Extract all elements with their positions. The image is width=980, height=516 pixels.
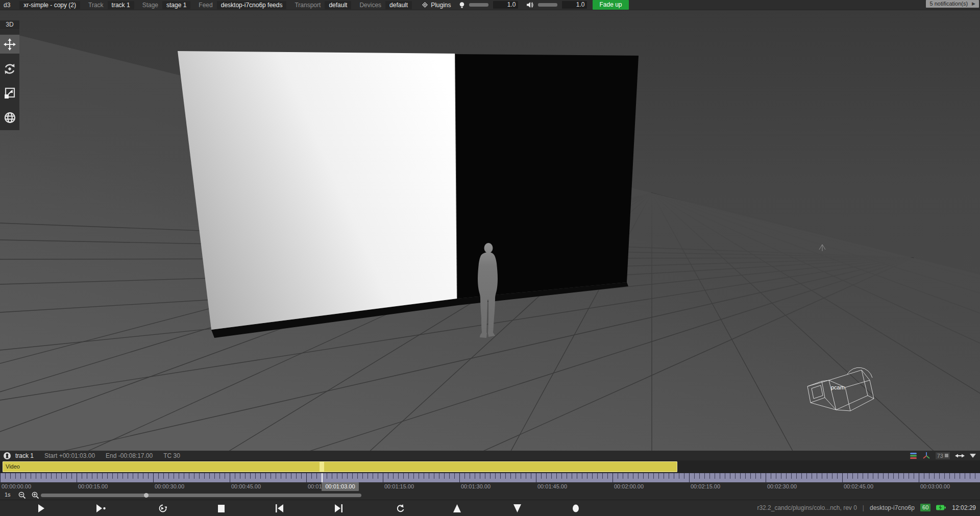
plugins-label: Plugins <box>431 2 451 9</box>
transport-menu-label: Transport <box>295 2 321 9</box>
stage-3d-viewport[interactable]: pcam <box>0 10 980 451</box>
feed-selector[interactable]: desktop-i7cno6p feeds <box>217 1 287 9</box>
plugins-menu[interactable]: Plugins <box>422 2 451 9</box>
track-keyhole-icon[interactable] <box>3 452 11 460</box>
diamond-icon <box>422 2 428 8</box>
devices-menu-label: Devices <box>359 2 381 9</box>
system-clock: 12:02:29 <box>952 504 976 511</box>
track-selector[interactable]: track 1 <box>108 1 134 9</box>
counter-square-icon <box>945 454 948 457</box>
play-button[interactable] <box>35 503 48 513</box>
track-end-time[interactable]: End -00:08:17.00 <box>106 452 153 459</box>
notifications-text: 5 notification(s) <box>929 0 968 8</box>
rotate-tool-button[interactable] <box>0 59 19 78</box>
zoom-in-icon[interactable] <box>32 492 39 499</box>
build-version: r32.2_candc/plugins/colo...nch, rev 0 <box>757 504 856 511</box>
timeline-scrollbar-track[interactable] <box>41 494 361 497</box>
current-timecode-box[interactable]: 00:01:03.00 <box>322 482 359 491</box>
view-mode-label[interactable]: 3D <box>0 20 19 29</box>
volume-slider[interactable] <box>538 3 557 7</box>
loop-section-button[interactable] <box>156 503 169 513</box>
axes-icon[interactable] <box>922 452 930 459</box>
ruler-label: 00:02:15.00 <box>691 483 720 489</box>
globe-icon <box>4 111 16 124</box>
track-counter-box[interactable]: 73 <box>936 452 950 459</box>
master-volume-icon-wrap <box>526 2 534 8</box>
brightness-value-field[interactable]: 1.0 <box>493 1 518 9</box>
layers-icon[interactable] <box>910 452 917 459</box>
feed-menu-label: Feed <box>199 2 212 9</box>
left-toolbar: 3D <box>0 20 19 130</box>
video-layer-label: Video <box>6 463 20 470</box>
ruler-label: 00:00:30.00 <box>155 483 184 489</box>
return-to-start-button[interactable] <box>393 503 406 513</box>
move-tool-button[interactable] <box>0 35 19 54</box>
project-name[interactable]: xr-simple - copy (2) <box>19 1 80 9</box>
triangle-down-icon[interactable] <box>970 454 976 458</box>
notifications-expand-icon[interactable]: ▶ <box>972 0 975 8</box>
ruler-label: 00:02:45.00 <box>844 483 873 489</box>
transport-bar: r32.2_candc/plugins/colo...nch, rev 0 | … <box>0 500 980 516</box>
fade-down-transport-button[interactable] <box>510 503 524 513</box>
bulb-icon <box>459 2 465 9</box>
timeline-ruler[interactable] <box>0 473 980 482</box>
fade-up-transport-button[interactable] <box>450 503 463 513</box>
horizontal-arrows-icon[interactable] <box>955 453 965 458</box>
track-tc-rate[interactable]: TC 30 <box>163 452 180 459</box>
next-section-button[interactable] <box>332 503 345 513</box>
globe-tool-button[interactable] <box>0 108 19 127</box>
video-track-row: Video <box>0 460 980 473</box>
zoom-scale-label: 1s <box>5 492 11 498</box>
notifications-badge[interactable]: 5 notification(s) ▶ <box>926 0 979 8</box>
ruler-label: 00:00:00.00 <box>2 483 31 489</box>
ruler-label: 00:00:15.00 <box>78 483 108 489</box>
camera-label: pcam <box>831 384 845 390</box>
screen-white-panel[interactable] <box>178 51 457 330</box>
master-brightness-icon-wrap <box>459 2 465 9</box>
track-header-bar: track 1 Start +00:01:03.00 End -00:08:17… <box>0 451 980 461</box>
transport-selector[interactable]: default <box>325 1 351 9</box>
track-counter-value: 73 <box>937 453 943 459</box>
status-bar: r32.2_candc/plugins/colo...nch, rev 0 | … <box>757 504 976 511</box>
timeline-panel: track 1 Start +00:01:03.00 End -00:08:17… <box>0 451 980 516</box>
rotate-icon <box>4 63 16 75</box>
brightness-slider[interactable] <box>469 3 488 7</box>
fps-badge: 60 <box>920 504 930 511</box>
stage-selector[interactable]: stage 1 <box>162 1 190 9</box>
ruler-label: 00:01:45.00 <box>537 483 567 489</box>
timeline-scrollbar-handle[interactable] <box>144 493 149 498</box>
play-section-button[interactable] <box>94 503 108 513</box>
playhead-line[interactable] <box>322 473 323 482</box>
top-menu-bar: d3 xr-simple - copy (2) Track track 1 St… <box>0 0 980 10</box>
battery-icon <box>936 504 946 511</box>
ruler-label: 00:01:30.00 <box>461 483 491 489</box>
stage-menu-label: Stage <box>142 2 158 9</box>
devices-selector[interactable]: default <box>385 1 412 9</box>
ruler-label: 00:02:00.00 <box>614 483 644 489</box>
volume-value-field[interactable]: 1.0 <box>562 1 587 9</box>
track-menu-label: Track <box>88 2 104 9</box>
speaker-icon <box>526 2 534 8</box>
scale-tool-button[interactable] <box>0 84 19 103</box>
move-icon <box>4 38 16 51</box>
stop-button[interactable] <box>214 503 228 513</box>
ruler-label: 00:03:00.00 <box>920 483 950 489</box>
track-header-tools: 73 <box>910 451 976 460</box>
record-button[interactable] <box>569 503 582 513</box>
app-menu-d3[interactable]: d3 <box>4 2 10 9</box>
stage-3d-view[interactable]: pcam <box>0 10 980 451</box>
scale-icon <box>4 87 16 100</box>
previous-section-button[interactable] <box>273 503 286 513</box>
timeline-zoom-row: 1s <box>0 491 980 500</box>
video-layer-bar[interactable]: Video <box>3 461 677 472</box>
machine-name[interactable]: desktop-i7cno6p <box>870 504 915 511</box>
ruler-label: 00:00:45.00 <box>231 483 261 489</box>
ruler-major-ticks <box>0 473 980 482</box>
track-name[interactable]: track 1 <box>15 452 34 459</box>
status-separator: | <box>863 504 864 511</box>
fade-up-button[interactable]: Fade up <box>593 0 628 10</box>
video-playhead-band[interactable] <box>320 461 324 472</box>
zoom-out-icon[interactable] <box>18 492 26 499</box>
track-start-time[interactable]: Start +00:01:03.00 <box>44 452 95 459</box>
ruler-labels-row: 00:00:00.0000:00:15.0000:00:30.0000:00:4… <box>0 482 980 491</box>
